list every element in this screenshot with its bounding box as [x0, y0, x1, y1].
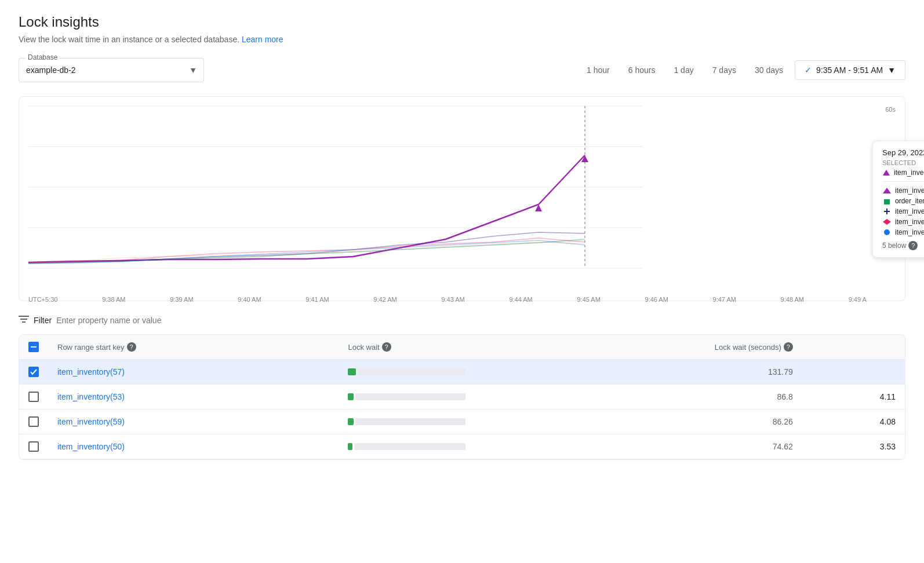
lock-wait-table: Row range start key ? Lock wait ? Lock w…	[19, 335, 905, 459]
checkbox-dash	[31, 346, 37, 348]
row-1-bar-cell	[339, 385, 512, 410]
tooltip-item-1: order_item(81,8) 22.82s	[882, 197, 924, 205]
filter-input[interactable]	[56, 316, 905, 325]
row-1-link[interactable]: item_inventory(53)	[57, 392, 125, 401]
table-row: item_inventory(53) 86.8 4.11	[19, 385, 905, 410]
tooltip-name-4: item_inventory(50)	[895, 228, 924, 236]
tooltip-divider	[882, 181, 924, 182]
tooltip-item-4: item_inventory(50) 9.31s	[882, 228, 924, 236]
row-1-checkbox[interactable]	[28, 392, 39, 402]
database-label: Database	[26, 53, 60, 61]
row-2-key: item_inventory(59)	[48, 410, 339, 434]
database-selector: Database example-db-2 example-db-1 examp…	[19, 58, 204, 82]
th-lock-wait-s-label: Lock wait (seconds)	[715, 343, 781, 352]
header-checkbox-cell	[19, 335, 48, 360]
row-3-lock-wait-s: 3.53	[802, 434, 905, 459]
row-2-checkbox[interactable]	[28, 416, 39, 427]
x-label-0: UTC+5:30	[28, 296, 57, 303]
chart-tooltip: Sep 29, 2022, 9:49:00 AM SELECTED item_i…	[872, 141, 924, 258]
row-3-checkbox[interactable]	[28, 441, 39, 452]
row-3-link[interactable]: item_inventory(50)	[57, 442, 125, 451]
x-label-9: 9:46 AM	[645, 296, 668, 303]
table-row: item_inventory(57) 131.79	[19, 360, 905, 385]
tooltip-name-2: item_inventory(59)	[895, 207, 924, 215]
tooltip-selected-label: SELECTED	[882, 159, 924, 166]
row-0-checkbox[interactable]	[28, 367, 39, 377]
tooltip-item-2: item_inventory(59) 17.27s	[882, 207, 924, 215]
bar-gray-2	[355, 418, 465, 425]
row-2-bar	[348, 418, 487, 425]
time-6hours-button[interactable]: 6 hours	[621, 61, 663, 79]
chart-section: 60s 40s 20s Sep 29, 2022, 9:49:00 AM SEL…	[19, 96, 905, 301]
legend-diamond-icon-3	[882, 218, 892, 225]
row-0-key: item_inventory(57)	[48, 360, 339, 385]
tooltip-name-1: order_item(81,8)	[895, 197, 924, 205]
th-row-key-label: Row range start key	[57, 343, 125, 352]
x-label-10: 9:47 AM	[713, 296, 736, 303]
row-0-bar	[348, 368, 487, 375]
bar-green-2	[348, 418, 354, 425]
header-checkbox[interactable]	[28, 342, 39, 352]
time-controls: 1 hour 6 hours 1 day 7 days 30 days ✓ 9:…	[580, 60, 905, 80]
legend-square-icon-1	[882, 198, 892, 204]
tooltip-name-3: item_inventory(53)	[895, 218, 924, 226]
row-1-lock-wait-s: 4.11	[802, 385, 905, 410]
svg-rect-12	[884, 211, 890, 212]
svg-marker-13	[883, 219, 891, 225]
x-axis: UTC+5:30 9:38 AM 9:39 AM 9:40 AM 9:41 AM…	[28, 291, 867, 303]
x-label-5: 9:42 AM	[373, 296, 396, 303]
tooltip-selected-row: item_inventory(57) 42.04s	[882, 169, 924, 177]
filter-label: Filter	[34, 316, 52, 325]
row-3-lock-wait: 74.62	[512, 434, 802, 459]
bar-gray-0	[358, 368, 465, 375]
learn-more-link[interactable]: Learn more	[242, 35, 283, 44]
tooltip-help-icon[interactable]: ?	[908, 241, 918, 250]
x-label-11: 9:48 AM	[781, 296, 804, 303]
bar-green-1	[348, 393, 354, 400]
legend-plus-icon-2	[882, 208, 892, 215]
row-key-help-icon[interactable]: ?	[127, 342, 136, 352]
chart-wrapper: 60s 40s 20s Sep 29, 2022, 9:49:00 AM SEL…	[28, 106, 896, 291]
table-row: item_inventory(59) 86.26 4.08	[19, 410, 905, 434]
svg-marker-9	[883, 188, 891, 193]
x-label-8: 9:45 AM	[577, 296, 600, 303]
x-label-7: 9:44 AM	[509, 296, 532, 303]
lock-wait-s-help-icon[interactable]: ?	[784, 342, 793, 352]
time-7days-button[interactable]: 7 days	[705, 61, 743, 79]
time-range-label: 9:35 AM - 9:51 AM	[816, 65, 883, 75]
row-0-link[interactable]: item_inventory(57)	[57, 367, 125, 376]
tooltip-name-0: item_inventory(57)	[895, 187, 924, 195]
row-2-link[interactable]: item_inventory(59)	[57, 417, 125, 426]
page-title: Lock insights	[19, 14, 905, 30]
th-lock-wait-seconds: Lock wait (seconds) ?	[512, 335, 802, 360]
table-container: Row range start key ? Lock wait ? Lock w…	[19, 334, 905, 460]
chart-area: 60s 40s 20s Sep 29, 2022, 9:49:00 AM SEL…	[28, 106, 896, 291]
filter-icon	[19, 315, 29, 325]
time-30days-button[interactable]: 30 days	[748, 61, 790, 79]
tooltip-item-3: item_inventory(53) 9.9s	[882, 218, 924, 226]
x-label-6: 9:43 AM	[441, 296, 464, 303]
row-3-checkbox-cell	[19, 434, 48, 459]
row-0-bar-cell	[339, 360, 512, 385]
chart-svg	[28, 106, 643, 268]
bar-green-3	[348, 443, 352, 450]
lock-wait-help-icon[interactable]: ?	[382, 342, 391, 352]
time-1hour-button[interactable]: 1 hour	[580, 61, 617, 79]
th-lock-wait: Lock wait ?	[339, 335, 512, 360]
table-header-row: Row range start key ? Lock wait ? Lock w…	[19, 335, 905, 360]
x-label-12: 9:49 A	[849, 296, 867, 303]
x-label-1: 9:38 AM	[102, 296, 125, 303]
th-extra	[802, 335, 905, 360]
x-label-3: 9:40 AM	[238, 296, 261, 303]
legend-circle-icon-4	[882, 229, 892, 236]
row-2-lock-wait-s: 4.08	[802, 410, 905, 434]
row-3-key: item_inventory(50)	[48, 434, 339, 459]
chevron-down-icon: ▼	[887, 65, 896, 75]
database-dropdown[interactable]: example-db-2 example-db-1 example-db-3	[19, 58, 204, 82]
time-range-button[interactable]: ✓ 9:35 AM - 9:51 AM ▼	[795, 60, 905, 80]
svg-rect-10	[884, 199, 890, 204]
svg-point-14	[884, 229, 890, 235]
check-icon: ✓	[805, 65, 812, 75]
tooltip-triangle-icon	[882, 169, 890, 177]
time-1day-button[interactable]: 1 day	[667, 61, 700, 79]
